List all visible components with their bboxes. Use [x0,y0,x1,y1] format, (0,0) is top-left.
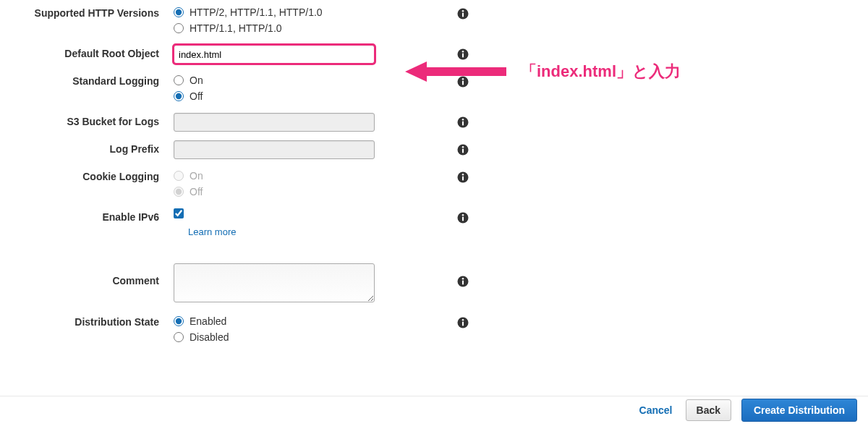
radio-stdlog-off-label: Off [190,90,203,102]
label-comment: Comment [29,263,174,286]
info-icon[interactable] [456,316,469,331]
label-cookie-logging: Cookie Logging [29,168,174,182]
distribution-settings-form: Supported HTTP Versions HTTP/2, HTTP/1.1… [29,0,521,349]
row-distribution-state: Distribution State Enabled Disabled [29,309,521,349]
annotation-text: 「index.html」と入力 [521,61,681,82]
row-enable-ipv6: Enable IPv6 Learn more [29,204,521,242]
footer-separator [0,396,868,396]
radio-cookielog-off-label: Off [190,186,203,197]
row-default-root-object: Default Root Object [29,41,521,68]
input-log-prefix[interactable] [174,140,375,159]
radio-diststate-disabled-label: Disabled [190,331,229,343]
radio-diststate-enabled[interactable] [174,316,184,326]
info-icon[interactable] [456,143,469,158]
radio-diststate-enabled-label: Enabled [190,315,226,327]
label-s3-bucket: S3 Bucket for Logs [29,113,174,127]
info-icon[interactable] [456,211,469,226]
radio-diststate-disabled[interactable] [174,332,184,342]
radio-http11[interactable] [174,23,184,33]
row-supported-http-versions: Supported HTTP Versions HTTP/2, HTTP/1.1… [29,0,521,41]
label-enable-ipv6: Enable IPv6 [29,208,174,223]
radio-stdlog-off[interactable] [174,91,184,101]
radio-cookielog-off [174,187,184,197]
input-default-root-object[interactable] [174,45,375,64]
info-icon[interactable] [456,48,469,63]
radio-stdlog-on[interactable] [174,75,184,85]
radio-http2[interactable] [174,7,184,17]
label-supported-http-versions: Supported HTTP Versions [29,4,174,19]
label-default-root-object: Default Root Object [29,45,174,59]
textarea-comment[interactable] [174,263,375,302]
control-cookie-logging: On Off [174,168,376,200]
cancel-button[interactable]: Cancel [637,400,676,420]
row-cookie-logging: Cookie Logging On Off [29,163,521,204]
row-comment: Comment [29,259,521,309]
input-s3-bucket[interactable] [174,113,375,132]
label-distribution-state: Distribution State [29,313,174,328]
row-s3-bucket: S3 Bucket for Logs [29,109,521,136]
link-learn-more-ipv6[interactable]: Learn more [188,226,236,237]
info-icon[interactable] [456,75,469,90]
checkbox-enable-ipv6[interactable] [174,208,184,218]
radio-http2-label: HTTP/2, HTTP/1.1, HTTP/1.0 [190,7,323,18]
control-standard-logging: On Off [174,72,376,104]
label-log-prefix: Log Prefix [29,140,174,155]
radio-http11-label: HTTP/1.1, HTTP/1.0 [190,22,282,34]
radio-cookielog-on [174,171,184,181]
label-standard-logging: Standard Logging [29,72,174,87]
info-icon[interactable] [456,275,469,290]
info-icon[interactable] [456,7,469,22]
create-distribution-button[interactable]: Create Distribution [741,399,857,422]
control-supported-http-versions: HTTP/2, HTTP/1.1, HTTP/1.0 HTTP/1.1, HTT… [174,4,376,36]
info-icon[interactable] [456,171,469,186]
row-log-prefix: Log Prefix [29,136,521,163]
control-distribution-state: Enabled Disabled [174,313,376,345]
radio-stdlog-on-label: On [190,75,203,86]
footer-actions: Cancel Back Create Distribution [637,399,857,422]
radio-cookielog-on-label: On [190,170,203,182]
row-standard-logging: Standard Logging On Off [29,68,521,109]
info-icon[interactable] [456,116,469,131]
back-button[interactable]: Back [686,399,731,421]
